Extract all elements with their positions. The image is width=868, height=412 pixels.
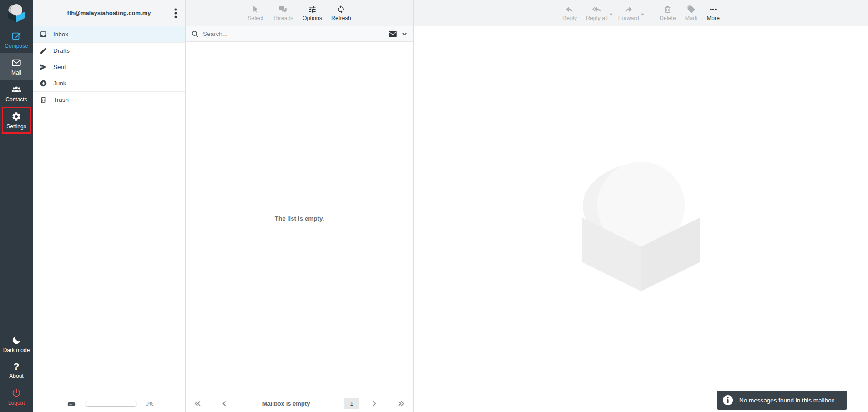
double-chevron-right-icon (397, 400, 405, 407)
folder-label: Drafts (53, 47, 70, 54)
chevron-right-icon (370, 400, 378, 407)
threads-button[interactable]: Threads (268, 5, 298, 21)
forward-label: Forward (618, 15, 639, 21)
options-button[interactable]: Options (298, 5, 327, 21)
threads-icon (278, 5, 287, 14)
list-toolbar: Select Threads Options Refresh (186, 0, 413, 26)
pencil-icon (40, 47, 47, 55)
settings-label: Settings (6, 123, 26, 130)
page-number[interactable]: 1 (344, 398, 359, 409)
about-button[interactable]: ? About (0, 357, 33, 383)
mark-button[interactable]: Mark (681, 5, 702, 21)
roundcube-app: Compose Mail Contacts Sett (0, 0, 868, 412)
inbox-icon (40, 30, 47, 38)
message-preview-area: No messages found in this mailbox. (414, 26, 868, 412)
folder-item-trash[interactable]: Trash (33, 92, 185, 108)
search-icon (191, 30, 199, 38)
reply-all-button[interactable]: Reply all (581, 5, 612, 21)
roundcube-watermark (571, 149, 711, 293)
logout-button[interactable]: Logout (0, 383, 33, 410)
mark-label: Mark (685, 15, 698, 21)
double-chevron-left-icon (194, 400, 202, 407)
info-icon (722, 395, 733, 406)
reply-icon (565, 5, 574, 14)
folder-item-drafts[interactable]: Drafts (33, 43, 185, 59)
question-icon: ? (14, 362, 20, 371)
envelope-icon (388, 30, 397, 39)
folder-label: Inbox (53, 31, 68, 38)
compose-button[interactable]: Compose (0, 26, 33, 53)
forward-button[interactable]: Forward (614, 5, 644, 21)
list-pagination: Mailbox is empty 1 (186, 395, 413, 412)
delete-label: Delete (660, 15, 676, 21)
quota-progressbar (85, 401, 137, 407)
logout-label: Logout (8, 400, 25, 406)
quota-percent: 0% (146, 401, 153, 407)
tag-icon (687, 5, 696, 14)
folder-label: Junk (53, 80, 66, 87)
reply-label: Reply (562, 15, 577, 21)
message-list-empty-area: The list is empty. (186, 42, 413, 395)
flame-icon (40, 80, 47, 87)
folder-actions-menu-button[interactable] (169, 6, 182, 20)
forward-dropdown-caret[interactable] (640, 12, 645, 17)
about-label: About (9, 373, 23, 379)
task-menu: Compose Mail Contacts Sett (0, 0, 33, 412)
last-page-button[interactable] (397, 400, 405, 407)
folder-list: Inbox Drafts Sent Junk (33, 26, 185, 395)
options-label: Options (303, 15, 322, 21)
chevron-down-icon (609, 12, 614, 17)
chevron-left-icon (221, 400, 228, 407)
quota-footer: 0% (33, 395, 185, 412)
sidebar-item-settings[interactable]: Settings (2, 107, 31, 134)
folder-item-sent[interactable]: Sent (33, 59, 185, 75)
folder-item-inbox[interactable]: Inbox (33, 26, 185, 43)
content-column: Reply Reply all Forward (414, 0, 868, 412)
reply-all-label: Reply all (586, 15, 608, 21)
empty-list-text: The list is empty. (275, 215, 324, 222)
more-label: More (707, 15, 720, 21)
contacts-label: Contacts (5, 96, 27, 103)
compose-label: Compose (5, 43, 28, 49)
toast-text: No messages found in this mailbox. (739, 397, 836, 404)
paper-plane-icon (40, 63, 47, 71)
dark-mode-button[interactable]: Dark mode (0, 331, 33, 357)
moon-icon (11, 335, 21, 345)
settings-gear-icon (11, 111, 21, 121)
mailbox-status: Mailbox is empty (228, 400, 344, 407)
select-button[interactable]: Select (243, 5, 268, 21)
disk-icon (66, 399, 76, 409)
cursor-icon (251, 5, 260, 14)
search-input[interactable] (203, 30, 384, 37)
threads-label: Threads (273, 15, 293, 21)
chevron-down-icon (401, 31, 408, 37)
first-page-button[interactable] (194, 400, 202, 407)
ellipsis-icon (709, 5, 717, 14)
mail-toolbar: Reply Reply all Forward (414, 0, 868, 26)
kebab-menu-icon (169, 6, 182, 20)
sidebar-item-contacts[interactable]: Contacts (0, 80, 33, 107)
folder-label: Trash (53, 96, 69, 103)
search-options-caret[interactable] (401, 31, 408, 37)
search-scope-button[interactable] (388, 30, 397, 39)
next-page-button[interactable] (370, 400, 378, 407)
reply-button[interactable]: Reply (558, 5, 581, 21)
message-list-column: Select Threads Options Refresh (186, 0, 414, 412)
app-logo (0, 0, 33, 26)
refresh-label: Refresh (331, 15, 351, 21)
search-bar (186, 26, 413, 42)
refresh-button[interactable]: Refresh (327, 5, 356, 21)
folder-item-junk[interactable]: Junk (33, 75, 185, 92)
toast-notification[interactable]: No messages found in this mailbox. (717, 391, 847, 410)
refresh-icon (337, 5, 345, 14)
delete-button[interactable]: Delete (655, 5, 681, 21)
more-button[interactable]: More (702, 5, 724, 21)
chevron-down-icon (640, 12, 645, 17)
sidebar-item-mail[interactable]: Mail (0, 53, 33, 80)
roundcube-logo-icon (6, 4, 27, 23)
trash-icon (40, 96, 47, 104)
reply-all-dropdown-caret[interactable] (609, 12, 614, 17)
forward-icon (624, 5, 633, 14)
contacts-icon (11, 85, 21, 95)
previous-page-button[interactable] (221, 400, 228, 407)
